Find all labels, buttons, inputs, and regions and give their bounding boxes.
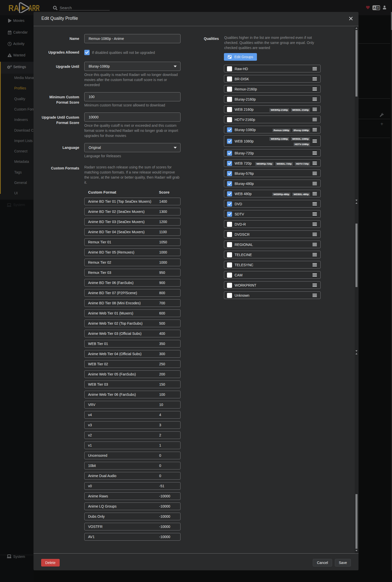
svg-text:ARR: ARR <box>28 3 40 13</box>
svg-text:RA: RA <box>8 3 19 13</box>
